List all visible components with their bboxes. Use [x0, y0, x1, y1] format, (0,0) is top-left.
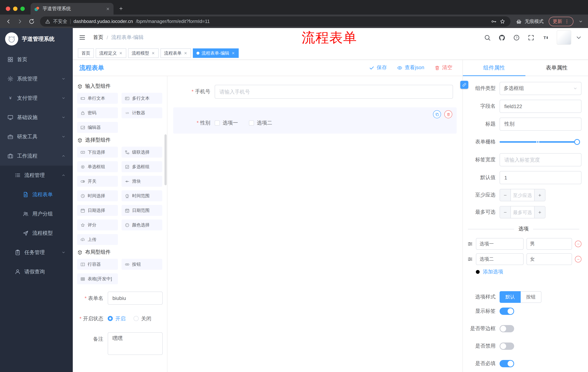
- palette-item-dropdown[interactable]: 下拉选择: [77, 147, 118, 158]
- palette-item-counter[interactable]: 计数器: [122, 107, 162, 118]
- field-name-input[interactable]: [500, 100, 581, 113]
- max-select-input[interactable]: [511, 206, 534, 218]
- remove-option-button[interactable]: [575, 256, 581, 262]
- toolbar-chevron-icon[interactable]: [578, 19, 583, 23]
- gender-option-2[interactable]: 选项二: [249, 120, 272, 126]
- tab-component-props[interactable]: 组件属性: [463, 60, 525, 76]
- gender-option-1[interactable]: 选项一: [215, 120, 238, 126]
- collapse-menu-icon[interactable]: [79, 34, 86, 41]
- save-button[interactable]: 保存: [369, 64, 387, 71]
- title-input[interactable]: [500, 117, 581, 131]
- component-type-select[interactable]: 多选框组: [500, 82, 581, 95]
- view-json-button[interactable]: 查看json: [397, 64, 424, 71]
- palette-item-radio-group[interactable]: 单选框组: [77, 161, 118, 172]
- palette-item-password[interactable]: 密码: [77, 107, 118, 118]
- tab-close-icon[interactable]: [106, 7, 110, 11]
- status-radio-on[interactable]: 开启: [108, 312, 126, 325]
- user-avatar[interactable]: [557, 30, 571, 45]
- tag-close-icon[interactable]: [151, 51, 155, 55]
- palette-item-table[interactable]: 表格[开发中]: [77, 273, 118, 284]
- palette-item-row-container[interactable]: 行容器: [77, 259, 118, 270]
- password-key-icon[interactable]: [491, 18, 497, 24]
- palette-item-editor[interactable]: 编辑器: [77, 122, 118, 133]
- tag-close-icon[interactable]: [184, 51, 187, 55]
- sidebar-item-process-model[interactable]: 流程模型: [0, 223, 73, 243]
- avatar-caret-icon[interactable]: [575, 34, 582, 41]
- canvas-field-phone[interactable]: 手机号: [173, 81, 457, 102]
- tag-process-form-edit[interactable]: 流程表单-编辑: [193, 48, 239, 58]
- bookmark-star-icon[interactable]: [500, 18, 505, 24]
- sidebar-item-system[interactable]: 系统管理: [0, 69, 73, 88]
- stepper-minus-button[interactable]: [500, 189, 511, 201]
- canvas-field-gender[interactable]: 性别 选项一 选项二: [173, 107, 457, 134]
- style-button-button[interactable]: 按钮: [521, 291, 541, 303]
- tag-process-model[interactable]: 流程模型: [128, 48, 159, 58]
- sidebar-item-process-management[interactable]: 流程管理: [0, 166, 73, 185]
- form-grid-slider[interactable]: [500, 135, 581, 149]
- tag-close-icon[interactable]: [119, 51, 123, 55]
- delete-field-button[interactable]: [444, 110, 452, 118]
- palette-item-date-range[interactable]: 日期范围: [122, 205, 162, 216]
- disabled-switch[interactable]: [500, 342, 514, 350]
- style-default-button[interactable]: 默认: [500, 291, 521, 303]
- phone-input[interactable]: [215, 85, 453, 99]
- browser-tab[interactable]: 芋道管理系统: [31, 3, 114, 15]
- palette-item-color-picker[interactable]: 颜色选择: [122, 220, 162, 230]
- sidebar-item-process-form[interactable]: 流程表单: [0, 185, 73, 204]
- tag-process-form[interactable]: 流程表单: [160, 48, 191, 58]
- browser-update-button[interactable]: 更新: [549, 17, 573, 26]
- palette-item-switch[interactable]: 开关: [77, 176, 118, 187]
- option-label-input[interactable]: [476, 253, 524, 265]
- font-size-icon[interactable]: [542, 34, 549, 41]
- show-label-switch[interactable]: [500, 308, 514, 315]
- palette-item-time-picker[interactable]: 时间选择: [77, 190, 118, 201]
- sidebar-item-home[interactable]: 首页: [0, 50, 73, 69]
- stepper-minus-button[interactable]: [500, 206, 511, 218]
- window-zoom-button[interactable]: [20, 7, 25, 11]
- required-switch[interactable]: [500, 360, 514, 367]
- slider-track[interactable]: [500, 141, 579, 143]
- palette-item-checkbox-group[interactable]: 多选框组: [122, 161, 162, 172]
- default-value-input[interactable]: [500, 171, 581, 184]
- sidebar-item-devtools[interactable]: 研发工具: [0, 127, 73, 146]
- forward-icon[interactable]: [17, 18, 23, 25]
- fullscreen-icon[interactable]: [528, 34, 535, 41]
- help-icon[interactable]: [513, 34, 520, 41]
- stepper-plus-button[interactable]: [534, 189, 545, 201]
- palette-item-time-range[interactable]: 时间范围: [122, 190, 162, 201]
- option-value-input[interactable]: [526, 253, 572, 265]
- field-link-badge[interactable]: [460, 81, 468, 89]
- sidebar-item-workflow[interactable]: 工作流程: [0, 146, 73, 166]
- add-option-button[interactable]: 添加选项: [475, 269, 581, 275]
- checkbox-icon[interactable]: [249, 120, 254, 126]
- palette-item-date-picker[interactable]: 日期选择: [77, 205, 118, 216]
- tag-home[interactable]: 首页: [78, 48, 94, 58]
- slider-handle[interactable]: [574, 139, 580, 145]
- palette-item-multi-text[interactable]: 多行文本: [122, 93, 162, 104]
- sidebar-logo-row[interactable]: 芋道管理系统: [0, 28, 73, 50]
- min-select-input[interactable]: [511, 189, 534, 201]
- reload-icon[interactable]: [28, 18, 35, 25]
- option-value-input[interactable]: [526, 238, 572, 250]
- status-radio-off[interactable]: 关闭: [134, 312, 151, 325]
- palette-item-slider[interactable]: 滑块: [122, 176, 162, 187]
- drag-handle-icon[interactable]: [467, 241, 473, 247]
- sidebar-item-task-management[interactable]: 任务管理: [0, 243, 73, 262]
- sidebar-item-leave-query[interactable]: 请假查询: [0, 262, 73, 281]
- tab-form-props[interactable]: 表单属性: [525, 60, 588, 76]
- breadcrumb-home[interactable]: 首页: [93, 34, 103, 41]
- palette-scrollbar[interactable]: [165, 134, 167, 185]
- browser-menu-icon[interactable]: [564, 19, 569, 24]
- palette-item-cascade[interactable]: 级联选择: [122, 147, 162, 158]
- new-tab-button[interactable]: [119, 6, 123, 11]
- address-bar[interactable]: 不安全 dashboard.yudao.iocoder.cn/bpm/manag…: [40, 16, 511, 26]
- sidebar-item-payment[interactable]: 支付管理: [0, 88, 73, 108]
- github-icon[interactable]: [498, 34, 505, 41]
- checkbox-icon[interactable]: [215, 120, 220, 126]
- border-switch[interactable]: [500, 325, 514, 332]
- stepper-plus-button[interactable]: [534, 206, 545, 218]
- window-close-button[interactable]: [6, 7, 10, 11]
- remove-option-button[interactable]: [575, 241, 581, 247]
- copy-field-button[interactable]: [433, 110, 441, 118]
- sidebar-item-infrastructure[interactable]: 基础设施: [0, 108, 73, 127]
